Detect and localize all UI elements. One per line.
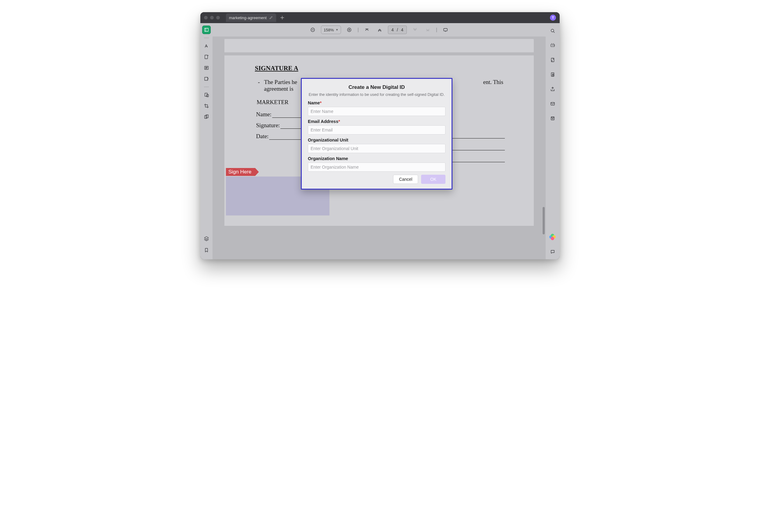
section-heading: SIGNATURE A bbox=[255, 65, 503, 72]
sign-tool[interactable] bbox=[202, 74, 211, 83]
share-button[interactable] bbox=[548, 85, 557, 94]
avatar[interactable]: T bbox=[550, 15, 556, 21]
maximize-window-button[interactable] bbox=[216, 16, 220, 20]
page-indicator[interactable]: 4 / 4 bbox=[388, 25, 406, 34]
left-sidebar bbox=[200, 23, 213, 259]
sidebar-separator bbox=[204, 87, 209, 87]
page-sep: / bbox=[397, 27, 398, 32]
svg-point-11 bbox=[551, 29, 554, 32]
previous-page-sliver bbox=[224, 39, 534, 52]
scrollbar-thumb[interactable] bbox=[543, 207, 545, 234]
page-current: 4 bbox=[391, 27, 394, 32]
zoom-value: 158% bbox=[324, 28, 334, 32]
dialog-title: Create a New Digital ID bbox=[308, 84, 446, 90]
email-button[interactable] bbox=[548, 99, 557, 108]
presentation-mode-button[interactable] bbox=[441, 25, 450, 34]
svg-rect-18 bbox=[551, 117, 554, 120]
search-button[interactable] bbox=[548, 26, 557, 35]
svg-rect-10 bbox=[444, 28, 447, 31]
create-digital-id-dialog: Create a New Digital ID Enter the identi… bbox=[301, 78, 452, 190]
save-button[interactable] bbox=[548, 114, 557, 123]
field-org-name: Organization Name bbox=[308, 156, 446, 172]
field-email: Email Address* bbox=[308, 119, 446, 135]
toolbar-separator: | bbox=[436, 27, 437, 32]
crop-tool[interactable] bbox=[202, 102, 211, 110]
close-window-button[interactable] bbox=[204, 16, 208, 20]
label-email: Email Address* bbox=[308, 119, 446, 124]
comments-button[interactable] bbox=[548, 247, 557, 256]
ocr-button[interactable]: OCR bbox=[548, 41, 557, 50]
chevron-down-icon: ▼ bbox=[336, 28, 338, 31]
workarea: 158% ▼ | 4 / 4 bbox=[200, 23, 560, 259]
sidebar-panel-toggle[interactable] bbox=[202, 25, 211, 34]
input-email[interactable] bbox=[308, 125, 446, 135]
dialog-button-row: Cancel OK bbox=[308, 175, 446, 184]
sidebar-separator bbox=[204, 38, 209, 38]
svg-rect-1 bbox=[205, 55, 208, 59]
right-sidebar: OCR bbox=[546, 23, 560, 259]
last-page-button[interactable] bbox=[423, 25, 432, 34]
date-label: Date: bbox=[256, 133, 268, 140]
label-name: Name* bbox=[308, 101, 446, 105]
input-org-name[interactable] bbox=[308, 162, 446, 172]
name-label: Name: bbox=[256, 111, 272, 118]
toolbar-separator: | bbox=[357, 27, 359, 32]
compare-tool[interactable] bbox=[202, 112, 211, 121]
svg-rect-14 bbox=[551, 58, 554, 62]
annotate-tool[interactable] bbox=[202, 53, 211, 61]
zoom-dropdown[interactable]: 158% ▼ bbox=[321, 25, 341, 34]
field-name: Name* bbox=[308, 101, 446, 116]
ai-assistant-button[interactable] bbox=[548, 233, 557, 242]
scrollbar-track[interactable] bbox=[542, 36, 545, 259]
zoom-in-button[interactable] bbox=[345, 25, 354, 34]
edit-tab-icon[interactable] bbox=[269, 16, 273, 20]
window-controls bbox=[204, 16, 220, 20]
input-name[interactable] bbox=[308, 107, 446, 116]
dialog-subtitle: Enter the identity information to be use… bbox=[308, 92, 446, 97]
flower-icon bbox=[549, 234, 556, 241]
label-org-unit: Organizational Unit bbox=[308, 138, 446, 143]
label-org-name: Organization Name bbox=[308, 156, 446, 161]
form-fields-tool[interactable] bbox=[202, 64, 211, 72]
top-toolbar: 158% ▼ | 4 / 4 bbox=[213, 23, 546, 36]
prev-page-button[interactable] bbox=[375, 25, 384, 34]
cancel-button[interactable]: Cancel bbox=[393, 175, 418, 184]
highlighter-tool[interactable] bbox=[202, 42, 211, 50]
field-org-unit: Organizational Unit bbox=[308, 138, 446, 153]
svg-text:OCR: OCR bbox=[552, 45, 555, 46]
zoom-out-button[interactable] bbox=[308, 25, 317, 34]
ok-button[interactable]: OK bbox=[421, 175, 446, 184]
svg-rect-4 bbox=[205, 93, 207, 97]
svg-rect-0 bbox=[205, 28, 208, 32]
input-org-unit[interactable] bbox=[308, 144, 446, 153]
svg-rect-7 bbox=[206, 115, 209, 118]
app-window: marketing-agreement T bbox=[200, 12, 560, 259]
tab-label: marketing-agreement bbox=[229, 16, 267, 20]
svg-rect-6 bbox=[205, 116, 207, 119]
bookmarks-button[interactable] bbox=[202, 246, 211, 254]
titlebar: marketing-agreement T bbox=[200, 12, 560, 23]
layers-button[interactable] bbox=[202, 234, 211, 243]
protect-button[interactable] bbox=[548, 70, 557, 79]
first-page-button[interactable] bbox=[362, 25, 371, 34]
redact-tool[interactable] bbox=[202, 91, 211, 99]
sign-here-tag[interactable]: Sign Here bbox=[226, 168, 255, 176]
minimize-window-button[interactable] bbox=[210, 16, 214, 20]
next-page-button[interactable] bbox=[410, 25, 420, 34]
new-tab-button[interactable] bbox=[279, 14, 286, 21]
convert-button[interactable] bbox=[548, 55, 557, 65]
signature-label: Signature: bbox=[256, 122, 280, 129]
avatar-initial: T bbox=[552, 16, 554, 20]
tab-document[interactable]: marketing-agreement bbox=[226, 13, 276, 22]
page-total: 4 bbox=[401, 27, 404, 32]
